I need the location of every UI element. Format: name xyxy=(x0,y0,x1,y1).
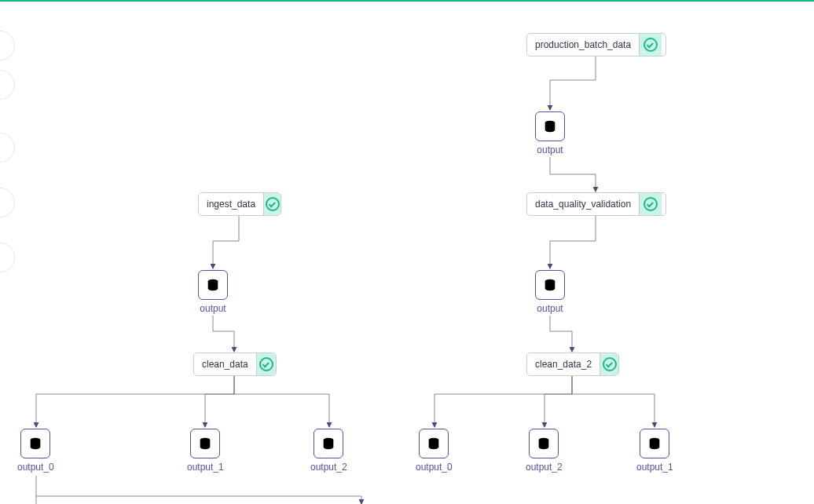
artifact-output[interactable]: output xyxy=(198,270,228,314)
status-success-icon xyxy=(600,353,618,375)
database-icon xyxy=(529,429,559,458)
artifact-label: output_2 xyxy=(526,462,563,473)
artifact-output[interactable]: output xyxy=(535,111,565,155)
artifact-output-2[interactable]: output_2 xyxy=(526,429,563,473)
task-clean-data[interactable]: clean_data xyxy=(193,352,277,376)
database-icon xyxy=(314,429,343,458)
task-label: data_quality_validation xyxy=(527,199,639,210)
artifact-output-1[interactable]: output_1 xyxy=(187,429,224,473)
task-label: ingest_data xyxy=(199,199,263,210)
task-ingest-data[interactable]: ingest_data xyxy=(198,192,281,216)
artifact-output-0[interactable]: output_0 xyxy=(416,429,453,473)
database-icon xyxy=(198,270,228,300)
task-data-quality-validation[interactable]: data_quality_validation xyxy=(526,192,666,216)
artifact-label: output xyxy=(200,303,226,314)
artifact-label: output_1 xyxy=(636,462,673,473)
database-icon xyxy=(535,270,565,300)
artifact-label: output_1 xyxy=(187,462,224,473)
artifact-output-2[interactable]: output_2 xyxy=(310,429,347,473)
status-success-icon xyxy=(639,34,662,56)
task-label: clean_data xyxy=(194,359,256,370)
artifact-output[interactable]: output xyxy=(535,270,565,314)
task-label: production_batch_data xyxy=(527,39,639,50)
graph-edges xyxy=(0,2,814,504)
artifact-output-1[interactable]: output_1 xyxy=(636,429,673,473)
database-icon xyxy=(20,429,50,458)
status-success-icon xyxy=(263,193,280,215)
task-production-batch-data[interactable]: production_batch_data xyxy=(526,33,666,57)
artifact-label: output xyxy=(537,303,563,314)
artifact-label: output_2 xyxy=(310,462,347,473)
task-clean-data-2[interactable]: clean_data_2 xyxy=(526,352,619,376)
status-success-icon xyxy=(256,353,276,375)
artifact-output-0[interactable]: output_0 xyxy=(17,429,54,473)
database-icon xyxy=(535,111,565,141)
artifact-label: output_0 xyxy=(416,462,453,473)
graph-canvas[interactable]: production_batch_data data_quality_valid… xyxy=(0,2,814,504)
artifact-label: output_0 xyxy=(17,462,54,473)
artifact-label: output xyxy=(537,144,563,155)
database-icon xyxy=(419,429,449,458)
status-success-icon xyxy=(639,193,662,215)
task-label: clean_data_2 xyxy=(527,359,600,370)
database-icon xyxy=(640,429,669,458)
database-icon xyxy=(190,429,220,458)
